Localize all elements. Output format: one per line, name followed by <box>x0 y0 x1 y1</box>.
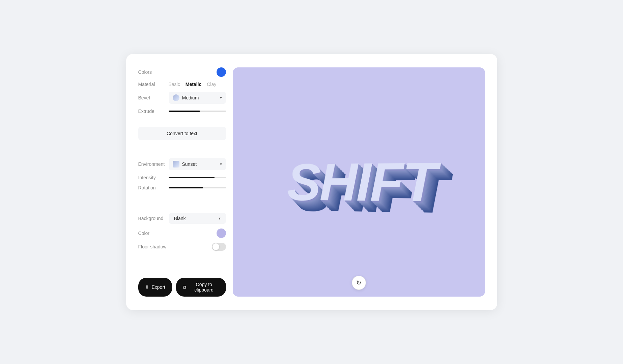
bg-color-swatch[interactable] <box>217 229 226 238</box>
sunset-icon <box>173 161 179 168</box>
bg-color-row: Color <box>138 229 226 238</box>
preview-panel: SHIFT ↻ <box>233 67 485 297</box>
bevel-value: Medium <box>182 95 217 100</box>
color-dot[interactable] <box>217 67 226 77</box>
environment-row: Environment Sunset ▾ <box>138 158 226 170</box>
divider-2 <box>138 206 226 206</box>
rotation-row: Rotation <box>138 185 226 190</box>
extrude-slider-fill <box>169 111 200 112</box>
floor-shadow-toggle[interactable] <box>212 243 226 251</box>
environment-label: Environment <box>138 161 169 167</box>
clipboard-icon: ⧉ <box>183 284 186 290</box>
floor-shadow-row: Floor shadow <box>138 243 226 251</box>
material-tabs: Basic Metalic Clay <box>169 82 217 87</box>
bevel-label: Bevel <box>138 95 169 100</box>
rotation-slider-fill <box>169 187 203 188</box>
rotation-slider-track[interactable] <box>169 187 226 188</box>
export-icon: ⬇ <box>145 284 149 290</box>
background-dropdown[interactable]: Blank ▾ <box>169 213 226 224</box>
toggle-knob <box>213 243 219 250</box>
refresh-icon: ↻ <box>356 279 361 286</box>
intensity-slider-track[interactable] <box>169 177 226 178</box>
export-button[interactable]: ⬇ Export <box>138 278 172 297</box>
colors-section: Colors Material Basic Metalic Clay Bevel… <box>138 67 226 119</box>
bottom-buttons: ⬇ Export ⧉ Copy to clipboard <box>138 264 226 297</box>
bevel-dropdown[interactable]: Medium ▾ <box>169 92 226 104</box>
extrude-slider-track[interactable] <box>169 111 226 112</box>
extrude-label: Extrude <box>138 109 169 114</box>
convert-to-text-button[interactable]: Convert to text <box>138 127 226 140</box>
refresh-button[interactable]: ↻ <box>352 276 366 290</box>
app-container: Colors Material Basic Metalic Clay Bevel… <box>126 54 497 310</box>
bevel-chevron: ▾ <box>220 95 222 100</box>
extrude-row: Extrude <box>138 109 226 114</box>
colors-label: Colors <box>138 69 169 75</box>
material-tab-clay[interactable]: Clay <box>207 82 216 87</box>
background-label: Background <box>138 216 169 221</box>
background-row: Background Blank ▾ <box>138 213 226 224</box>
background-value: Blank <box>174 216 186 221</box>
material-tab-basic[interactable]: Basic <box>169 82 180 87</box>
environment-section: Environment Sunset ▾ Intensity Rotation <box>138 158 226 195</box>
colors-row: Colors <box>138 67 226 77</box>
environment-value: Sunset <box>182 161 217 167</box>
material-tab-metalic[interactable]: Metalic <box>186 82 201 87</box>
background-chevron: ▾ <box>219 216 221 221</box>
bevel-row: Bevel Medium ▾ <box>138 92 226 104</box>
export-label: Export <box>152 284 165 290</box>
shift-text-container: SHIFT <box>284 151 433 213</box>
intensity-label: Intensity <box>138 175 169 180</box>
floor-shadow-label: Floor shadow <box>138 244 169 249</box>
intensity-slider-fill <box>169 177 215 178</box>
preview-text: SHIFT <box>287 150 436 214</box>
rotation-label: Rotation <box>138 185 169 190</box>
clipboard-button[interactable]: ⧉ Copy to clipboard <box>176 278 226 297</box>
background-section: Background Blank ▾ Color Floor shadow <box>138 213 226 255</box>
environment-dropdown[interactable]: Sunset ▾ <box>169 158 226 170</box>
left-panel: Colors Material Basic Metalic Clay Bevel… <box>138 67 233 297</box>
material-label: Material <box>138 82 169 87</box>
environment-chevron: ▾ <box>220 162 222 166</box>
intensity-row: Intensity <box>138 175 226 180</box>
divider-1 <box>138 151 226 151</box>
bevel-icon <box>173 94 179 101</box>
clipboard-label: Copy to clipboard <box>189 282 219 293</box>
material-row: Material Basic Metalic Clay <box>138 82 226 87</box>
bg-color-label: Color <box>138 231 169 236</box>
